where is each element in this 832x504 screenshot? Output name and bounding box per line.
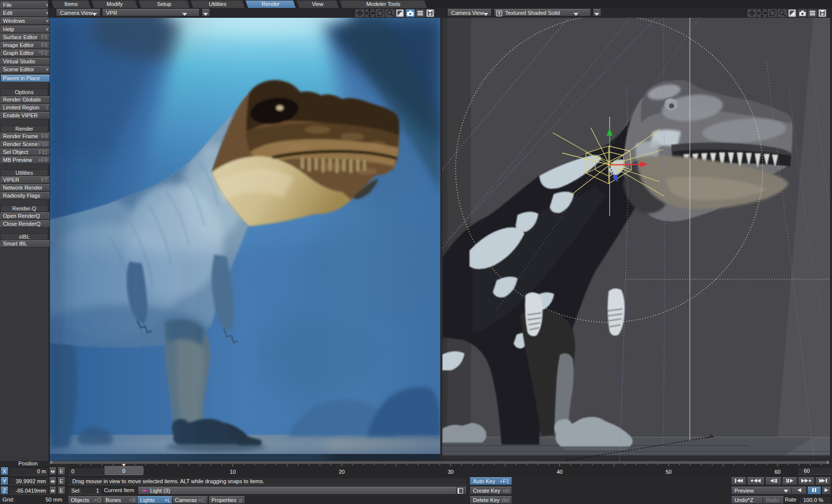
svg-text:10: 10 — [230, 469, 236, 475]
svg-text:40: 40 — [557, 469, 563, 475]
svg-text:30: 30 — [448, 469, 454, 475]
svg-text:20: 20 — [339, 469, 345, 475]
svg-text:50: 50 — [666, 469, 672, 475]
svg-text:60: 60 — [775, 469, 780, 475]
svg-text:0: 0 — [122, 468, 125, 474]
